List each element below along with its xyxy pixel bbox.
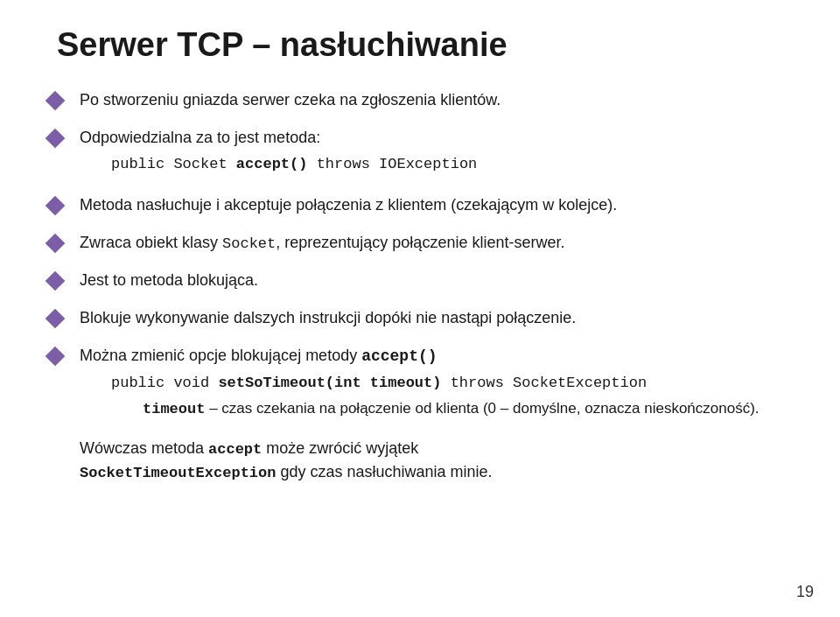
final-exception-bold: SocketTimeoutException (80, 465, 276, 481)
accept-bold: accept() (236, 156, 308, 172)
bullet-item-5: Jest to metoda blokująca. (48, 269, 792, 294)
setSoTimeout-bold: setSoTimeout(int timeout) (218, 375, 441, 391)
bullet-text-3: Metoda nasłuchuje i akceptuje połączenia… (80, 193, 792, 216)
bullet-item-3: Metoda nasłuchuje i akceptuje połączenia… (48, 193, 792, 219)
bullet-text-6: Blokuje wykonywanie dalszych instrukcji … (80, 306, 792, 329)
bullet-text-1: Po stworzeniu gniazda serwer czeka na zg… (80, 88, 792, 111)
diamond-icon-3 (48, 196, 73, 219)
diamond-icon-1 (48, 91, 73, 114)
timeout-block: public void setSoTimeout(int timeout) th… (111, 373, 792, 420)
timeout-label-code: timeout (143, 401, 205, 417)
diamond-icon-2 (48, 129, 73, 151)
final-text-2: może zwrócić wyjątek (262, 439, 418, 457)
bullet-text-4: Zwraca obiekt klasy Socket, reprezentują… (80, 231, 792, 256)
public-void-code: public void setSoTimeout(int timeout) th… (111, 375, 647, 391)
final-paragraph: Wówczas metoda accept może zwrócić wyjąt… (80, 437, 792, 485)
code-setSoTimeout: public void setSoTimeout(int timeout) th… (111, 373, 792, 395)
socket-code: Socket (222, 235, 276, 252)
diamond-icon-6 (48, 309, 73, 332)
diamond-icon-7 (48, 347, 73, 369)
bullet-item-2: Odpowiedzialna za to jest metoda: public… (48, 126, 792, 181)
bullet-text-7: Można zmienić opcje blokującej metody ac… (80, 344, 792, 420)
timeout-description: timeout – czas czekania na połączenie od… (143, 398, 792, 421)
page-number: 19 (796, 583, 814, 601)
bullet-list: Po stworzeniu gniazda serwer czeka na zg… (48, 88, 792, 421)
bullet-text-2: Odpowiedzialna za to jest metoda: public… (80, 126, 792, 181)
diamond-icon-4 (48, 234, 73, 256)
diamond-icon-5 (48, 271, 73, 294)
accept-method-code: accept() (361, 347, 437, 365)
slide-container: Serwer TCP – nasłuchiwanie Po stworzeniu… (0, 0, 840, 617)
bullet-item-7: Można zmienić opcje blokującej metody ac… (48, 344, 792, 420)
bullet-item-1: Po stworzeniu gniazda serwer czeka na zg… (48, 88, 792, 114)
timeout-desc-text: – czas czekania na połączenie od klienta… (209, 400, 759, 417)
code-accept: public Socket accept() bullet1throws IOE… (111, 154, 792, 176)
slide-title: Serwer TCP – nasłuchiwanie (57, 26, 792, 64)
bullet-item-4: Zwraca obiekt klasy Socket, reprezentują… (48, 231, 792, 256)
bullet-item-6: Blokuje wykonywanie dalszych instrukcji … (48, 306, 792, 332)
bullet-text-5: Jest to metoda blokująca. (80, 269, 792, 291)
final-text-3: gdy czas nasłuchiwania minie. (276, 463, 492, 480)
final-text-1: Wówczas metoda (80, 439, 208, 457)
final-accept-bold: accept (208, 441, 262, 458)
